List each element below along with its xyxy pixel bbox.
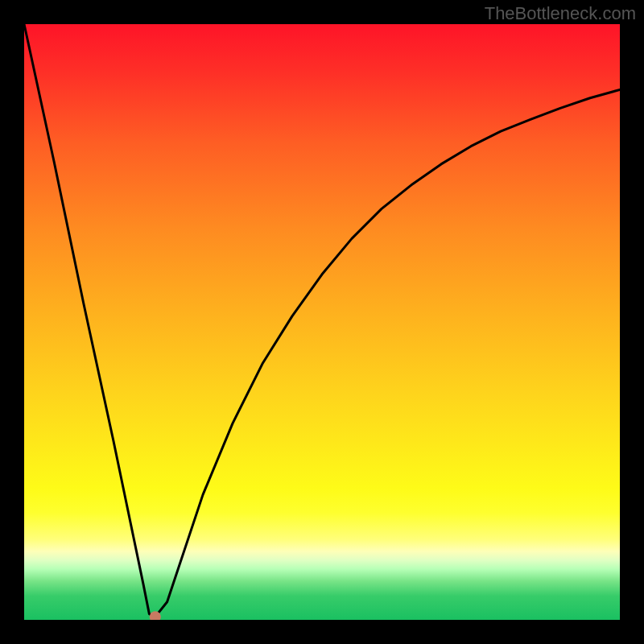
watermark-text: TheBottleneck.com <box>485 3 636 24</box>
plot-area <box>24 24 620 620</box>
curve-svg <box>24 24 620 620</box>
bottleneck-curve <box>24 24 620 617</box>
chart-container: TheBottleneck.com <box>0 0 644 644</box>
